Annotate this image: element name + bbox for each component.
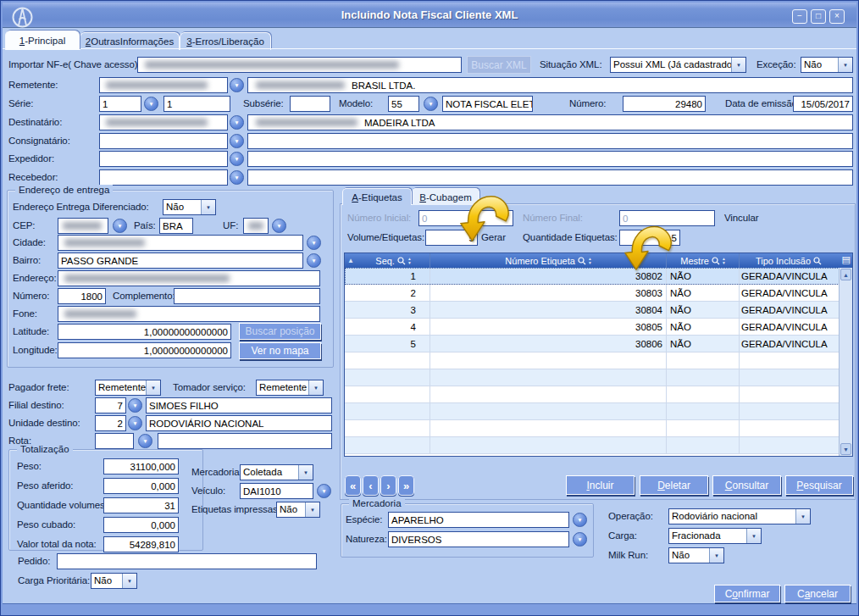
table-row[interactable]: 230803NÃOGERADA/VINCULA (345, 285, 840, 302)
ver-no-mapa-button[interactable]: Ver no mapa (239, 342, 321, 359)
expedidor-lookup-button[interactable]: ▼ (230, 152, 244, 166)
chevron-down-icon[interactable]: ▼ (838, 58, 852, 72)
peso-cubado-input[interactable]: 0,000 (103, 517, 179, 533)
column-header-mestre[interactable]: Mestre ▴▾ (667, 253, 740, 268)
grid-options-icon[interactable]: ▤ (842, 254, 851, 265)
endereco-diferenciado-select[interactable]: Não▼ (163, 199, 216, 215)
chevron-down-icon[interactable]: ▼ (308, 380, 323, 395)
valor-total-input[interactable]: 54289,810 (103, 536, 179, 552)
maximize-button[interactable]: □ (811, 9, 826, 24)
close-button[interactable]: × (829, 9, 845, 24)
bairro-lookup-button[interactable]: ▼ (307, 253, 321, 268)
tab-outras-informacoes[interactable]: 2 Outras Informações (80, 32, 180, 50)
numero-input[interactable]: 29480 (623, 96, 706, 112)
consignatario-code-input[interactable] (99, 133, 228, 149)
destinatario-code-input[interactable] (99, 114, 228, 130)
buscar-posicao-button[interactable]: Buscar posição (239, 323, 321, 340)
sort-arrows-icon[interactable]: ▴▾ (723, 257, 725, 264)
incluir-button[interactable]: Incluir (566, 475, 635, 495)
subserie-input[interactable] (290, 96, 330, 112)
nav-first-button[interactable]: « (345, 475, 361, 496)
chevron-down-icon[interactable]: ▼ (731, 58, 745, 72)
pedido-input[interactable] (57, 553, 317, 569)
search-icon[interactable] (712, 257, 720, 265)
remetente-code-input[interactable] (99, 77, 228, 93)
chevron-down-icon[interactable]: ▼ (709, 548, 723, 563)
modelo-code-input[interactable]: 55 (388, 96, 419, 112)
title-bar[interactable]: Incluindo Nota Fiscal Cliente XML − □ × (3, 3, 856, 28)
data-emissao-input[interactable]: 15/05/2017 (793, 96, 853, 112)
subtab-etiquetas[interactable]: A - Etiquetas (342, 188, 412, 205)
consignatario-lookup-button[interactable]: ▼ (230, 134, 244, 148)
table-row[interactable]: 130802NÃOGERADA/VINCULA (345, 268, 840, 285)
scroll-down-icon[interactable]: ▼ (840, 443, 851, 455)
especie-input[interactable]: APARELHO (388, 512, 569, 528)
carga-prioritaria-select[interactable]: Não▼ (91, 573, 137, 589)
serie-lookup-button[interactable]: ▼ (144, 97, 158, 111)
table-row[interactable] (345, 403, 840, 420)
pesquisar-button[interactable]: Pesquisar (785, 475, 853, 495)
tab-principal[interactable]: 1 - Principal (5, 31, 80, 50)
table-row[interactable] (345, 386, 840, 403)
rota-code-input[interactable] (95, 433, 134, 449)
serie-value-input[interactable]: 1 (163, 96, 230, 112)
cancelar-button[interactable]: Cancelar (784, 585, 851, 602)
endereco-input[interactable] (58, 270, 320, 286)
milk-run-select[interactable]: Não▼ (668, 547, 724, 563)
especie-lookup-button[interactable]: ▼ (573, 513, 587, 527)
recebedor-lookup-button[interactable]: ▼ (230, 170, 244, 185)
pagador-frete-select[interactable]: Remetente▼ (95, 380, 161, 396)
table-row[interactable]: 330804NÃOGERADA/VINCULA (345, 302, 840, 319)
longitude-input[interactable]: 1,00000000000000 (58, 342, 231, 358)
nav-last-button[interactable]: » (398, 475, 414, 496)
nav-next-button[interactable]: › (380, 475, 396, 496)
peso-aferido-input[interactable]: 0,000 (103, 478, 179, 494)
search-icon[interactable] (578, 257, 586, 265)
destinatario-lookup-button[interactable]: ▼ (230, 115, 244, 130)
pais-input[interactable]: BRA (159, 218, 193, 234)
importar-nfe-input[interactable] (137, 57, 462, 73)
filial-destino-lookup-button[interactable]: ▼ (128, 398, 142, 413)
quantidade-volumes-input[interactable]: 31 (103, 497, 179, 513)
complemento-input[interactable] (174, 288, 320, 304)
search-icon[interactable] (813, 257, 822, 265)
situacao-xml-select[interactable]: Possui XML (Já cadastrado)▼ (610, 57, 746, 73)
minimize-button[interactable]: − (792, 9, 807, 24)
chevron-down-icon[interactable]: ▼ (201, 200, 215, 214)
column-header-tipo-inclusao[interactable]: Tipo Inclusão (740, 253, 838, 268)
latitude-input[interactable]: 1,00000000000000 (58, 324, 231, 340)
consultar-button[interactable]: Consultar (712, 475, 781, 495)
expedidor-name-field[interactable] (247, 151, 853, 167)
confirmar-button[interactable]: Confirmar (714, 585, 780, 602)
chevron-down-icon[interactable]: ▼ (305, 502, 319, 517)
veiculo-lookup-button[interactable]: ▼ (317, 484, 331, 498)
cep-lookup-button[interactable]: ▼ (113, 219, 127, 233)
expedidor-code-input[interactable] (99, 151, 228, 167)
bairro-input[interactable]: PASSO GRANDE (58, 253, 303, 269)
endereco-numero-input[interactable]: 1800 (58, 288, 106, 304)
serie-code-input[interactable]: 1 (99, 96, 141, 112)
unidade-destino-code-input[interactable]: 2 (95, 415, 126, 431)
fone-input[interactable] (58, 306, 320, 322)
uf-lookup-button[interactable]: ▼ (272, 219, 286, 233)
veiculo-input[interactable]: DAI1010 (240, 483, 313, 499)
mercadoria-select[interactable]: Coletada▼ (240, 464, 313, 480)
tab-erros-liberacao[interactable]: 3- Erros/Liberação (180, 32, 271, 50)
unidade-destino-lookup-button[interactable]: ▼ (128, 416, 142, 430)
chevron-down-icon[interactable]: ▼ (122, 574, 136, 588)
destinatario-name-field[interactable]: MADEIRA LTDA (247, 114, 853, 130)
modelo-lookup-button[interactable]: ▼ (424, 97, 438, 111)
sort-arrows-icon[interactable]: ▴▾ (589, 257, 591, 264)
vincular-button[interactable]: Vincular (724, 213, 759, 224)
search-icon[interactable] (397, 257, 406, 265)
chevron-down-icon[interactable]: ▼ (146, 380, 160, 395)
buscar-xml-button[interactable]: Buscar XML (467, 56, 531, 74)
rota-lookup-button[interactable]: ▼ (138, 434, 152, 448)
etiquetas-impressas-select[interactable]: Não▼ (276, 502, 320, 518)
consignatario-name-field[interactable] (247, 133, 853, 149)
column-header-seq[interactable]: Seq. ▴▾ (357, 253, 430, 268)
table-row[interactable] (345, 420, 840, 437)
natureza-input[interactable]: DIVERSOS (388, 531, 569, 547)
natureza-lookup-button[interactable]: ▼ (573, 532, 587, 547)
peso-input[interactable]: 31100,000 (103, 458, 179, 474)
